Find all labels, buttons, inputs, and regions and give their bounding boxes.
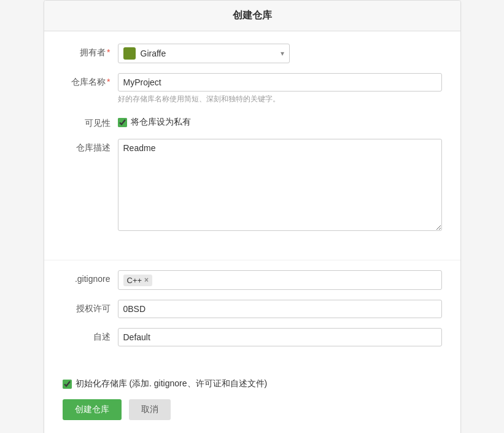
license-label: 授权许可 — [63, 300, 118, 314]
gitignore-tag-remove[interactable]: × — [144, 276, 149, 284]
form-body: 拥有者* Giraffe ▾ 仓库名称* 好的存储库名称使用简短、深刻和独特的关… — [44, 31, 460, 255]
init-label[interactable]: 初始化存储库 (添加. gitignore、许可证和自述文件) — [76, 378, 268, 389]
visibility-checkbox-label[interactable]: 将仓库设为私有 — [131, 117, 191, 128]
readme-label: 自述 — [63, 328, 118, 343]
repo-name-label: 仓库名称* — [63, 73, 118, 88]
cancel-button[interactable]: 取消 — [129, 399, 171, 420]
readme-input[interactable] — [118, 328, 442, 346]
gitignore-row: .gitignore C++ × — [63, 270, 442, 290]
visibility-checkbox[interactable] — [118, 118, 127, 127]
gitignore-label: .gitignore — [63, 270, 118, 284]
license-input[interactable] — [118, 300, 442, 318]
owner-name: Giraffe — [141, 49, 277, 58]
chevron-down-icon: ▾ — [281, 49, 284, 58]
button-row: 创建仓库 取消 — [63, 399, 442, 420]
init-checkbox[interactable] — [63, 380, 72, 389]
init-checkbox-row: 初始化存储库 (添加. gitignore、许可证和自述文件) — [63, 378, 442, 389]
form-footer: 初始化存储库 (添加. gitignore、许可证和自述文件) 创建仓库 取消 — [44, 369, 460, 433]
repo-name-input[interactable] — [118, 73, 442, 92]
form-title: 创建仓库 — [44, 1, 460, 31]
repo-name-help: 好的存储库名称使用简短、深刻和独特的关键字。 — [118, 94, 442, 104]
description-textarea[interactable]: Readme — [118, 139, 442, 231]
gitignore-tag: C++ × — [123, 275, 153, 286]
owner-avatar — [123, 47, 136, 60]
description-row: 仓库描述 Readme — [63, 139, 442, 233]
description-label: 仓库描述 — [63, 139, 118, 154]
gitignore-input[interactable]: C++ × — [118, 270, 442, 290]
visibility-checkbox-row: 将仓库设为私有 — [118, 114, 442, 128]
visibility-row: 可见性 将仓库设为私有 — [63, 114, 442, 129]
create-repo-form: 创建仓库 拥有者* Giraffe ▾ 仓库名称* 好的存储库名称使用简短、 — [44, 0, 461, 433]
advanced-section: .gitignore C++ × 授权许可 自述 — [44, 270, 460, 369]
visibility-label: 可见性 — [63, 114, 118, 129]
owner-row: 拥有者* Giraffe ▾ — [63, 44, 442, 63]
license-row: 授权许可 — [63, 300, 442, 318]
readme-row: 自述 — [63, 328, 442, 346]
owner-label: 拥有者* — [63, 44, 118, 58]
section-divider — [44, 260, 460, 260]
owner-select[interactable]: Giraffe ▾ — [118, 44, 290, 63]
create-repo-button[interactable]: 创建仓库 — [63, 399, 122, 420]
repo-name-row: 仓库名称* 好的存储库名称使用简短、深刻和独特的关键字。 — [63, 73, 442, 104]
